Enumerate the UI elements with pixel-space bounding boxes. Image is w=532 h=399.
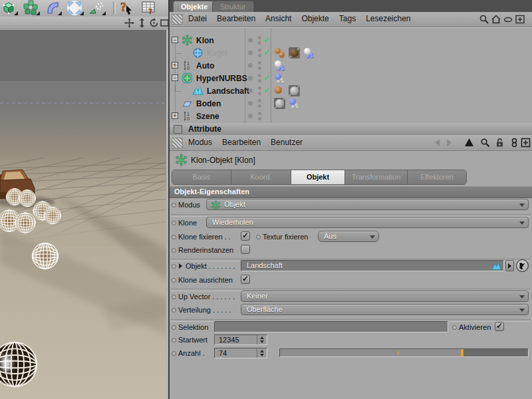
tree-row[interactable]: + 10 Auto — [170, 59, 532, 72]
move-all-arrows-button[interactable] — [66, 0, 84, 16]
tree-row[interactable]: Kugel — [170, 47, 532, 59]
layer-dot[interactable] — [248, 38, 253, 43]
eye-icon[interactable] — [503, 14, 513, 25]
modus-dropdown[interactable]: Objekt — [206, 199, 529, 210]
layer-dot[interactable] — [248, 76, 253, 80]
anim-dot[interactable] — [172, 235, 176, 239]
anim-dot[interactable] — [452, 325, 457, 330]
enabled-check[interactable] — [263, 86, 271, 95]
dolly-icon[interactable] — [137, 18, 147, 28]
object-picker-button[interactable] — [516, 259, 529, 272]
slider-handle[interactable] — [461, 349, 464, 356]
expander-icon[interactable]: − — [172, 74, 178, 81]
visibility-dot-render[interactable] — [258, 79, 261, 82]
anim-dot[interactable] — [256, 235, 261, 239]
enabled-check[interactable] — [263, 73, 271, 82]
arrow-up-icon[interactable] — [464, 138, 474, 148]
menu-bearbeiten[interactable]: Bearbeiten — [222, 138, 261, 147]
anim-dot[interactable] — [172, 295, 176, 299]
anim-dot[interactable] — [172, 308, 176, 313]
textur-fixieren-dropdown[interactable]: Aus — [318, 231, 379, 242]
phong-tag-icon[interactable] — [289, 98, 300, 109]
spinner-down-icon[interactable] — [260, 340, 264, 343]
objekt-link-field[interactable]: Landschaft — [241, 260, 504, 271]
menu-bearbeiten[interactable]: Bearbeiten — [217, 14, 255, 23]
menu-objekte[interactable]: Objekte — [301, 14, 329, 23]
anzahl-slider[interactable] — [279, 348, 529, 357]
attribute-titlebar[interactable]: Attribute — [170, 123, 532, 136]
tab-basis[interactable]: Basis — [172, 170, 231, 184]
tree-row[interactable]: Boden — [170, 97, 532, 110]
layer-dot[interactable] — [248, 51, 253, 55]
link-menu-button[interactable] — [505, 260, 514, 271]
expander-icon[interactable]: − — [172, 37, 178, 43]
visibility-dot-render[interactable] — [258, 92, 261, 95]
enabled-check[interactable] — [263, 111, 271, 120]
search-icon[interactable] — [479, 14, 489, 25]
tree-row[interactable]: + 10 Szene — [170, 110, 532, 122]
lock-icon[interactable] — [495, 138, 505, 148]
section-header[interactable]: Objekt-Eigenschaften — [170, 186, 532, 198]
expand-arrow-icon[interactable] — [179, 263, 182, 269]
material-tag-icon[interactable] — [289, 85, 300, 96]
visibility-dot-render[interactable] — [258, 41, 261, 45]
object-label[interactable]: Klon — [196, 36, 214, 45]
array-object-button[interactable] — [23, 0, 41, 16]
tab-koord[interactable]: Koord. — [231, 170, 291, 184]
anim-dot[interactable] — [172, 338, 176, 342]
menu-datei[interactable]: Datei — [188, 14, 207, 23]
verteilung-dropdown[interactable]: Oberfläche — [241, 304, 529, 315]
menu-modus[interactable]: Modus — [188, 138, 212, 147]
startwert-input[interactable]: 12345 — [214, 334, 267, 345]
history-back-icon[interactable] — [432, 138, 442, 148]
visibility-dot-editor[interactable] — [258, 74, 261, 77]
add-panel-icon[interactable] — [521, 138, 531, 148]
tab-objekt[interactable]: Objekt — [291, 170, 345, 184]
expander-icon[interactable]: + — [172, 62, 178, 68]
home-icon[interactable] — [491, 14, 501, 25]
anim-dot[interactable] — [172, 325, 176, 330]
phong-tag-icon[interactable] — [303, 47, 315, 59]
layer-dot[interactable] — [248, 63, 253, 68]
visibility-dot-editor[interactable] — [258, 36, 261, 39]
object-label[interactable]: Auto — [196, 61, 214, 70]
visibility-dot-editor[interactable] — [258, 86, 261, 90]
phong-tag-icon[interactable] — [274, 72, 285, 84]
anim-dot[interactable] — [172, 248, 176, 253]
layer-dot[interactable] — [248, 101, 253, 106]
enabled-check[interactable] — [263, 61, 271, 70]
tree-row[interactable]: − HyperNURBS — [170, 72, 532, 84]
spinner-down-icon[interactable] — [260, 354, 264, 356]
rotate-icon[interactable] — [149, 18, 159, 28]
anim-dot[interactable] — [172, 278, 176, 283]
material-tag-icon[interactable] — [289, 47, 300, 59]
drag-grip[interactable] — [172, 138, 183, 148]
help-button[interactable]: ? — [118, 0, 136, 16]
aktivieren-checkbox[interactable] — [495, 322, 504, 331]
visibility-dot-render[interactable] — [258, 54, 261, 57]
object-label[interactable]: Kugel — [207, 49, 227, 58]
drag-grip[interactable] — [172, 14, 183, 25]
object-label[interactable]: Landschaft — [207, 86, 249, 96]
tab-struktur[interactable]: Struktur — [212, 1, 254, 12]
spinner-up-icon[interactable] — [260, 336, 264, 339]
material-tag-icon[interactable] — [274, 98, 285, 109]
menu-benutzer[interactable]: Benutzer — [271, 138, 303, 147]
visibility-dot-editor[interactable] — [258, 99, 261, 102]
layer-dot[interactable] — [248, 114, 253, 118]
anim-dot[interactable] — [172, 351, 176, 356]
particle-emitter-button[interactable] — [88, 0, 106, 16]
up-vector-dropdown[interactable]: Keiner — [241, 291, 529, 302]
phong-tag-icon[interactable] — [274, 60, 285, 71]
anim-dot[interactable] — [172, 203, 176, 207]
anim-dot[interactable] — [172, 221, 176, 225]
visibility-dot-render[interactable] — [258, 104, 261, 108]
selektion-field[interactable] — [214, 321, 448, 332]
visibility-dot-editor[interactable] — [258, 112, 261, 115]
material-tag-icon[interactable] — [274, 47, 285, 59]
visibility-dot-editor[interactable] — [258, 49, 261, 52]
object-label[interactable]: HyperNURBS — [196, 74, 247, 83]
enabled-check[interactable] — [263, 48, 271, 57]
cube-primitive-button[interactable] — [1, 0, 19, 16]
visibility-dot-render[interactable] — [258, 117, 261, 120]
